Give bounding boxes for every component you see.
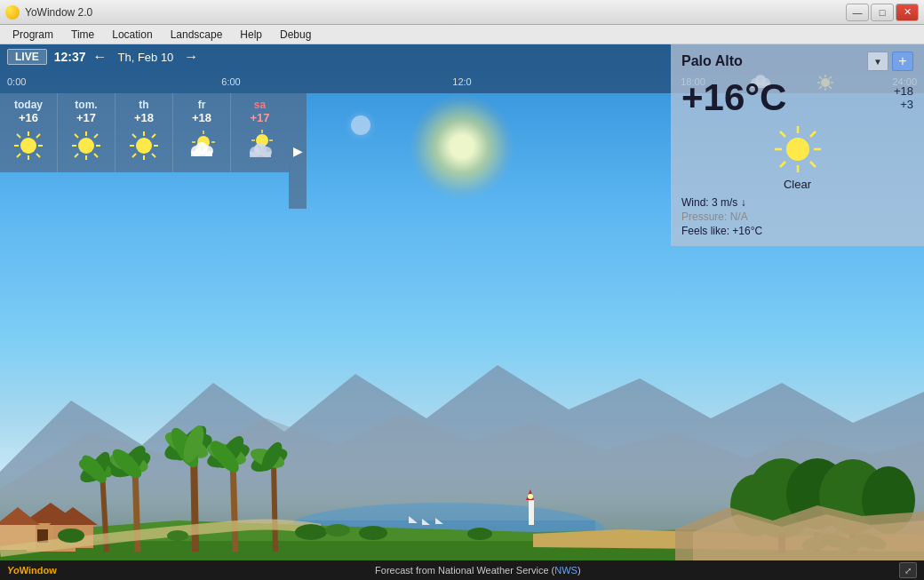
svg-point-63 xyxy=(58,528,84,543)
svg-rect-128 xyxy=(250,152,271,157)
close-button[interactable]: ✕ xyxy=(896,4,919,21)
title-bar-left: YoWindow 2.0 xyxy=(5,5,92,20)
svg-point-64 xyxy=(295,524,327,540)
svg-line-100 xyxy=(94,134,98,138)
svg-point-67 xyxy=(167,530,188,541)
city-name: Palo Alto xyxy=(681,53,867,69)
time-mark-0: 0:00 xyxy=(7,76,26,87)
svg-line-98 xyxy=(75,134,78,138)
minimize-button[interactable]: — xyxy=(846,4,869,21)
weather-sun-icon xyxy=(771,123,824,176)
main-temperature: +16°C xyxy=(681,76,786,119)
svg-line-91 xyxy=(36,134,40,138)
weather-header: Palo Alto ▼ + xyxy=(681,52,913,71)
forecast-day-sa[interactable]: sa +17 xyxy=(231,93,289,172)
time-mark-12: 12:0 xyxy=(452,76,471,87)
title-bar: YoWindow 2.0 — □ ✕ xyxy=(0,0,924,25)
temp-high: +18 xyxy=(894,84,913,98)
svg-line-109 xyxy=(152,134,155,138)
svg-point-102 xyxy=(136,138,152,154)
menu-program[interactable]: Program xyxy=(4,27,62,43)
nws-link[interactable]: NWS xyxy=(554,565,578,576)
logo-yo: Yo xyxy=(7,565,20,576)
menu-help[interactable]: Help xyxy=(231,27,271,43)
main-area: LIVE 12:37 ← Th, Feb 10 → 0:00 6:00 12:0… xyxy=(0,44,924,580)
menu-location[interactable]: Location xyxy=(103,27,161,43)
svg-point-65 xyxy=(325,524,350,536)
day-temp-today: +16 xyxy=(4,111,53,124)
forecast-panel: today +16 tom. +17 xyxy=(0,93,290,172)
forecast-day-tom[interactable]: tom. +17 xyxy=(58,93,116,172)
condition-text: Clear xyxy=(784,178,811,191)
weather-panel: Palo Alto ▼ + +16°C +18 +3 Clea xyxy=(671,44,924,246)
day-icon-tom xyxy=(68,128,104,163)
day-icon-today xyxy=(11,128,46,163)
svg-line-101 xyxy=(75,154,78,157)
day-temp-tom: +17 xyxy=(61,111,111,124)
wind-detail: Wind: 3 m/s ↓ xyxy=(681,196,913,209)
day-temp-fr: +18 xyxy=(177,111,227,124)
pressure-detail: Pressure: N/A xyxy=(681,211,913,223)
maximize-button[interactable]: □ xyxy=(871,4,894,21)
day-name-fr: fr xyxy=(177,99,227,111)
landscape-scene xyxy=(0,294,924,560)
forecast-source: Forecast from National Weather Service (… xyxy=(375,565,581,576)
menu-bar: Program Time Location Landscape Help Deb… xyxy=(0,25,924,44)
svg-line-89 xyxy=(17,134,20,138)
svg-line-137 xyxy=(780,162,785,167)
svg-line-136 xyxy=(810,131,816,137)
svg-line-92 xyxy=(17,154,20,157)
svg-line-31 xyxy=(274,463,275,552)
forecast-text: Forecast from National Weather Service ( xyxy=(375,565,554,576)
svg-line-110 xyxy=(132,154,136,157)
wind-label: Wind: 3 m/s ↓ xyxy=(681,196,746,209)
svg-line-134 xyxy=(780,131,785,137)
forecast-close: ) xyxy=(578,565,581,576)
logo-window: Window xyxy=(20,565,57,576)
svg-point-66 xyxy=(359,526,387,540)
forecast-day-today[interactable]: today +16 xyxy=(0,93,58,172)
day-icon-th xyxy=(126,128,162,163)
pressure-label: Pressure: N/A xyxy=(681,211,748,223)
svg-point-9 xyxy=(528,494,533,499)
day-temp-sa: +17 xyxy=(235,111,285,124)
svg-point-93 xyxy=(78,138,94,154)
menu-landscape[interactable]: Landscape xyxy=(162,27,232,43)
day-name-th: th xyxy=(119,99,169,111)
svg-point-68 xyxy=(467,528,492,540)
app-icon xyxy=(5,5,20,20)
time-mark-6: 6:00 xyxy=(221,76,240,87)
window-controls: — □ ✕ xyxy=(846,4,919,21)
day-icon-fr xyxy=(184,128,219,163)
feels-like-detail: Feels like: +16°C xyxy=(681,225,913,237)
svg-point-129 xyxy=(786,138,809,161)
nav-right-button[interactable]: → xyxy=(180,49,202,65)
feels-like-label: Feels like: +16°C xyxy=(681,225,762,237)
svg-line-99 xyxy=(94,154,98,157)
weather-icon-area: Clear xyxy=(681,123,913,191)
current-time: 12:37 xyxy=(54,50,86,64)
day-name-sa: sa xyxy=(235,99,285,111)
menu-debug[interactable]: Debug xyxy=(271,27,320,43)
current-date: Th, Feb 10 xyxy=(117,51,173,64)
forecast-day-th[interactable]: th +18 xyxy=(116,93,173,172)
fullscreen-button[interactable]: ⤢ xyxy=(899,562,917,578)
day-icon-sa xyxy=(243,128,278,163)
svg-line-107 xyxy=(132,134,136,138)
yowindow-logo: YoWindow xyxy=(7,565,57,576)
temp-low: +3 xyxy=(900,98,913,111)
menu-time[interactable]: Time xyxy=(62,27,103,43)
nav-left-button[interactable]: ← xyxy=(89,49,110,65)
app-title: YoWindow 2.0 xyxy=(25,6,92,19)
temperature-range: +18 +3 xyxy=(894,84,913,111)
svg-point-84 xyxy=(20,138,36,154)
add-city-button[interactable]: + xyxy=(892,52,913,71)
forecast-day-fr[interactable]: fr +18 xyxy=(173,93,231,172)
expand-forecast-button[interactable]: ▶ xyxy=(289,93,307,209)
statusbar-controls: ⤢ xyxy=(899,562,917,578)
svg-line-108 xyxy=(152,154,155,157)
svg-rect-119 xyxy=(191,151,212,156)
city-dropdown-button[interactable]: ▼ xyxy=(867,52,888,71)
status-bar: YoWindow Forecast from National Weather … xyxy=(0,560,924,580)
live-badge: LIVE xyxy=(7,49,47,65)
